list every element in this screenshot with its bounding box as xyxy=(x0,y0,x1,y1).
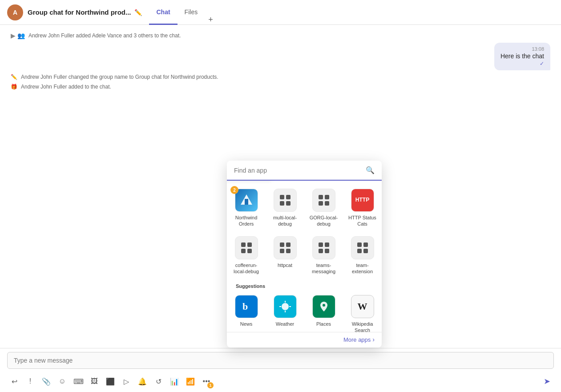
app-northwind[interactable]: 2 Northwind Orders Northwind Orders xyxy=(227,184,266,232)
send-button[interactable]: ➤ xyxy=(540,374,554,388)
svg-rect-8 xyxy=(319,201,323,206)
tabs: Chat Files + xyxy=(149,0,216,24)
main-content: ▶ 👥 Andrew John Fuller added Adele Vance… xyxy=(0,25,561,392)
message-time: 13:08 xyxy=(500,46,544,52)
httpcat-icon xyxy=(274,236,297,259)
weather-label: Weather xyxy=(276,321,294,327)
svg-point-27 xyxy=(282,303,289,310)
news-label: News xyxy=(240,321,253,327)
app-httpcat[interactable]: httpcat xyxy=(266,232,304,279)
svg-rect-15 xyxy=(286,242,291,247)
httpcat-label: httpcat xyxy=(278,262,292,268)
svg-rect-24 xyxy=(357,249,362,253)
attach-icon[interactable]: 📎 xyxy=(39,374,53,388)
bars-icon[interactable]: 📶 xyxy=(183,374,198,388)
northwind-label: Northwind Orders xyxy=(231,214,262,227)
news-icon: b xyxy=(235,295,258,318)
app-weather[interactable]: Weather xyxy=(266,291,304,332)
sent-message: 13:08 Here is the chat ✓ xyxy=(11,43,550,70)
emoji-icon[interactable]: ☺ xyxy=(55,374,69,388)
bell-icon[interactable]: 🔔 xyxy=(135,374,149,388)
system-message-3: 🎁 Andrew John Fuller added to the chat. xyxy=(11,84,550,90)
pencil-icon: ✏️ xyxy=(11,74,17,80)
system-message-1: ▶ 👥 Andrew John Fuller added Adele Vance… xyxy=(11,32,550,39)
more-apps-arrow: › xyxy=(372,336,375,343)
more-options-icon[interactable]: ••• 1 xyxy=(199,374,214,388)
app-gorg-local[interactable]: GORG-local-debug xyxy=(304,184,343,232)
gift-icon: 🎁 xyxy=(11,84,17,90)
svg-rect-25 xyxy=(363,249,368,253)
team-extension-icon xyxy=(351,236,374,259)
avatar: A xyxy=(7,4,23,20)
image-icon[interactable]: 🖼 xyxy=(87,374,101,388)
svg-rect-21 xyxy=(325,249,329,253)
add-tab-button[interactable]: + xyxy=(205,15,217,24)
multi-local-icon xyxy=(274,189,297,212)
places-label: Places xyxy=(316,321,331,327)
svg-rect-10 xyxy=(241,242,246,247)
svg-rect-2 xyxy=(280,195,284,199)
places-icon xyxy=(312,295,335,318)
svg-rect-16 xyxy=(280,249,284,253)
refresh-icon[interactable]: ↺ xyxy=(151,374,165,388)
northwind-icon xyxy=(235,189,258,212)
svg-rect-3 xyxy=(286,195,291,199)
team-extension-label: team-extension xyxy=(347,262,378,275)
system-message-1-text: Andrew John Fuller added Adele Vance and… xyxy=(28,32,181,39)
svg-rect-7 xyxy=(325,195,329,199)
svg-rect-5 xyxy=(286,201,291,206)
more-apps-row[interactable]: More apps › xyxy=(227,332,382,348)
svg-rect-1 xyxy=(245,199,248,205)
app-coffeerun[interactable]: coffeerun-local-debug xyxy=(227,232,266,279)
svg-rect-12 xyxy=(241,249,246,253)
app-http-cats[interactable]: HTTP HTTP Status Cats xyxy=(343,184,382,232)
more-apps-label: More apps xyxy=(343,336,371,343)
format-icon[interactable]: ↩ xyxy=(7,374,21,388)
app-places[interactable]: Places xyxy=(304,291,343,332)
svg-rect-14 xyxy=(280,242,284,247)
wikipedia-label: Wikipedia Search xyxy=(347,321,378,332)
chart-icon[interactable]: 📊 xyxy=(167,374,182,388)
gorg-local-icon xyxy=(312,189,335,212)
tab-files[interactable]: Files xyxy=(178,0,205,25)
app-wikipedia[interactable]: W Wikipedia Search xyxy=(343,291,382,332)
edit-icon[interactable]: ✏️ xyxy=(134,9,142,16)
svg-rect-22 xyxy=(357,242,362,247)
play-icon[interactable]: ▷ xyxy=(119,374,133,388)
app-teams-messaging[interactable]: teams-messaging xyxy=(304,232,343,279)
tab-chat[interactable]: Chat xyxy=(149,0,177,25)
system-message-2: ✏️ Andrew John Fuller changed the group … xyxy=(11,74,550,80)
weather-icon xyxy=(274,295,297,318)
svg-rect-13 xyxy=(247,249,252,253)
svg-text:b: b xyxy=(242,301,248,312)
bottom-bar: ↩ ! 📎 ☺ ⌨ 🖼 ⬛ ▷ 🔔 ↺ 📊 📶 ••• 1 ➤ xyxy=(0,348,561,392)
svg-rect-17 xyxy=(286,249,291,253)
message-text: Here is the chat xyxy=(500,53,544,60)
search-icon: 🔍 xyxy=(366,166,375,174)
loop-icon[interactable]: ⬛ xyxy=(103,374,117,388)
svg-rect-6 xyxy=(319,195,323,199)
app-news[interactable]: b News xyxy=(227,291,266,332)
wikipedia-icon: W xyxy=(351,295,374,318)
app-team-extension[interactable]: team-extension xyxy=(343,232,382,279)
http-cats-label: HTTP Status Cats xyxy=(347,214,378,227)
app-multi-local[interactable]: multi-local-debug xyxy=(266,184,304,232)
find-app-input[interactable] xyxy=(234,167,362,174)
app-grid: 2 Northwind Orders Northwind Orders mult… xyxy=(227,181,382,332)
message-check: ✓ xyxy=(500,61,544,67)
coffeerun-label: coffeerun-local-debug xyxy=(231,262,262,275)
toolbar-icons: ↩ ! 📎 ☺ ⌨ 🖼 ⬛ ▷ 🔔 ↺ 📊 📶 ••• 1 ➤ xyxy=(0,372,561,392)
svg-rect-11 xyxy=(247,242,252,247)
system-message-3-text: Andrew John Fuller added to the chat. xyxy=(21,84,111,90)
svg-rect-20 xyxy=(319,249,323,253)
important-icon[interactable]: ! xyxy=(23,374,37,388)
teams-messaging-label: teams-messaging xyxy=(308,262,339,275)
keyboard-icon[interactable]: ⌨ xyxy=(71,374,85,388)
add-members-icon: ▶ 👥 xyxy=(11,32,25,39)
message-input[interactable] xyxy=(7,352,554,369)
coffeerun-icon xyxy=(235,236,258,259)
message-bubble: 13:08 Here is the chat ✓ xyxy=(494,43,550,70)
suggestions-label: Suggestions xyxy=(231,282,270,289)
svg-rect-4 xyxy=(280,201,284,206)
svg-rect-19 xyxy=(325,242,329,247)
